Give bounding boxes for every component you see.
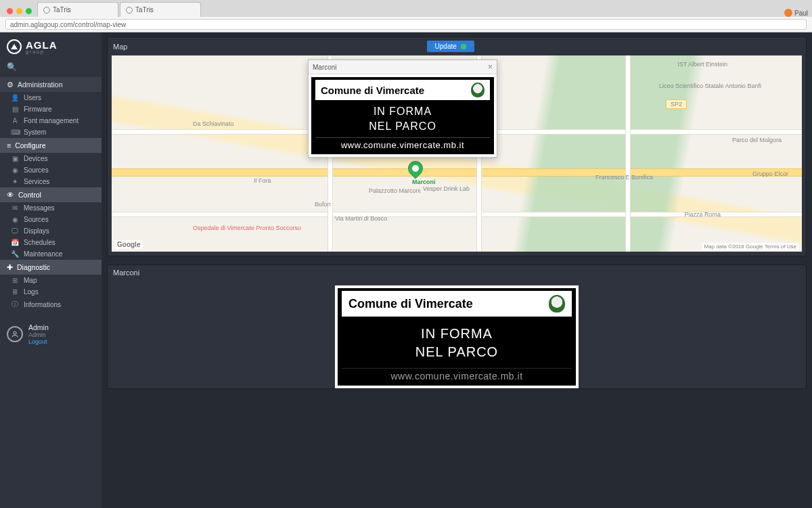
nav-item-label: Displays: [24, 227, 49, 235]
nav-item-schedules[interactable]: 📅Schedules: [0, 237, 102, 248]
wrench-icon: 🔧: [11, 250, 19, 258]
search-icon[interactable]: 🔍: [7, 62, 17, 72]
nav-item-label: Map: [24, 277, 37, 284]
panel-title: Map: [113, 43, 127, 51]
preview-panel: Marconi Comune di Vimercate IN FORMA NEL…: [107, 264, 807, 389]
nav-item-label: Services: [24, 178, 49, 185]
devices-icon: ▣: [11, 155, 19, 162]
chip-icon: ▤: [11, 106, 19, 113]
nav-item-font-management[interactable]: AFont management: [0, 115, 102, 126]
brand-logo-icon: [7, 39, 22, 54]
sign-title: Comune di Vimercate: [321, 85, 424, 96]
nav-group-administration[interactable]: ⚙Administration: [0, 77, 102, 92]
nav-group-control[interactable]: 👁Control: [0, 187, 102, 202]
nav-item-label: Devices: [24, 155, 48, 162]
nav-item-displays[interactable]: 🖵Displays: [0, 225, 102, 237]
nav-group-configure[interactable]: ≡Configure: [0, 138, 102, 153]
sign-line: NEL PARCO: [342, 343, 572, 361]
nav-item-system[interactable]: ⌨System: [0, 126, 102, 138]
nav-item-devices[interactable]: ▣Devices: [0, 153, 102, 164]
nav-item-maintenance[interactable]: 🔧Maintenance: [0, 248, 102, 260]
nav-item-label: Users: [24, 94, 41, 101]
maximize-window-icon[interactable]: [26, 8, 32, 14]
favicon-icon: [126, 7, 133, 14]
nav-item-label: Messages: [24, 204, 55, 212]
user-role: Admin: [28, 331, 49, 338]
crest-icon: [549, 295, 565, 313]
logout-link[interactable]: Logout: [28, 338, 49, 345]
nav-item-label: Logs: [24, 288, 39, 296]
nav-item-label: Sources: [24, 166, 49, 174]
gear-icon: ⚙: [7, 80, 14, 89]
nav-item-logs[interactable]: ≣Logs: [0, 286, 102, 298]
sign-line: NEL PARCO: [315, 119, 490, 134]
map-poi-label: Ospedale di Vimercate Pronto Soccorso: [193, 225, 301, 231]
sources-icon: ◉: [11, 216, 19, 223]
nav-item-services[interactable]: ✦Services: [0, 176, 102, 187]
panel-title: Marconi: [113, 269, 139, 277]
road: [626, 55, 630, 252]
browser-profile[interactable]: Paul: [784, 9, 812, 17]
nav-item-informations[interactable]: ⓘInformations: [0, 298, 102, 311]
update-button[interactable]: Update: [427, 41, 474, 52]
nav-group-label: Configure: [15, 141, 46, 149]
sign-url: www.comune.vimercate.mb.it: [315, 137, 490, 150]
digital-sign: Comune di Vimercate IN FORMA NEL PARCO w…: [335, 285, 579, 388]
crest-icon: [471, 83, 484, 97]
font-icon: A: [11, 117, 19, 124]
nav-item-users[interactable]: 👤Users: [0, 92, 102, 103]
user-name: Admin: [28, 323, 49, 331]
map-route-badge: SP2: [666, 99, 687, 109]
update-button-label: Update: [435, 43, 457, 50]
map-popup-title: Marconi: [313, 64, 337, 71]
browser-profile-name: Paul: [794, 9, 808, 17]
info-icon: ⓘ: [11, 300, 19, 309]
svg-point-0: [14, 331, 16, 334]
digital-sign: Comune di Vimercate IN FORMA NEL PARCO w…: [309, 74, 497, 157]
nav-item-messages[interactable]: ✉Messages: [0, 202, 102, 214]
nav-group-diagnostic[interactable]: ✚Diagnostic: [0, 260, 102, 275]
map-poi-label: IST Albert Einstein: [677, 61, 727, 68]
nav-item-label: Firmware: [24, 106, 52, 113]
close-window-icon[interactable]: [7, 8, 13, 14]
display-icon: 🖵: [11, 227, 19, 235]
browser-chrome: TaTris TaTris Paul admin.aglagoup.com/co…: [0, 0, 812, 32]
nav-item-firmware[interactable]: ▤Firmware: [0, 103, 102, 115]
close-icon[interactable]: ×: [488, 62, 493, 72]
map-poi-label: Gruppo Elcor: [752, 170, 788, 177]
map-poi-label: Il Fora: [254, 177, 271, 184]
map-poi-label: Vesper Drink Lab: [423, 185, 470, 192]
nav-item-label: Informations: [24, 301, 61, 308]
minimize-window-icon[interactable]: [16, 8, 22, 14]
address-bar[interactable]: admin.aglagoup.com/control/map-view: [5, 19, 807, 30]
nav-item-map[interactable]: ⊞Map: [0, 275, 102, 286]
map-poi-label: Piazza Roma: [684, 211, 721, 218]
map-pin-label: Marconi: [412, 179, 436, 185]
calendar-icon: 📅: [11, 239, 19, 246]
map-poi-label: Parco del Molgora: [732, 137, 782, 143]
nav-item-label: Maintenance: [24, 250, 62, 258]
sign-url: www.comune.vimercate.mb.it: [342, 368, 572, 382]
google-badge: Google: [114, 240, 143, 249]
stethoscope-icon: ✚: [7, 263, 13, 271]
user-block: Admin Admin Logout: [0, 318, 102, 350]
message-icon: ✉: [11, 204, 19, 212]
map-poi-label: Palazzotto Marconi: [369, 187, 421, 194]
avatar-icon: [7, 326, 23, 342]
eye-icon: 👁: [7, 191, 14, 199]
sidebar: AGLA group 🔍 ⚙Administration👤Users▤Firmw…: [0, 32, 102, 508]
map[interactable]: IST Albert Einstein Liceo Scientifico St…: [112, 55, 802, 252]
sign-title: Comune di Vimercate: [348, 297, 473, 311]
browser-tab[interactable]: TaTris: [37, 2, 118, 17]
nav-item-label: Font management: [24, 117, 78, 124]
browser-tab[interactable]: TaTris: [120, 2, 201, 17]
main: Map Update IST Albert Einstein: [102, 32, 812, 508]
nav-item-sources[interactable]: ◉Sources: [0, 164, 102, 176]
window-controls[interactable]: [4, 8, 36, 17]
browser-tab-label: TaTris: [53, 6, 71, 14]
nav-item-label: System: [24, 129, 46, 136]
profile-avatar-icon: [784, 9, 792, 17]
nav-group-label: Control: [18, 191, 41, 199]
nav-item-sources[interactable]: ◉Sources: [0, 214, 102, 225]
terminal-icon: ⌨: [11, 129, 19, 136]
